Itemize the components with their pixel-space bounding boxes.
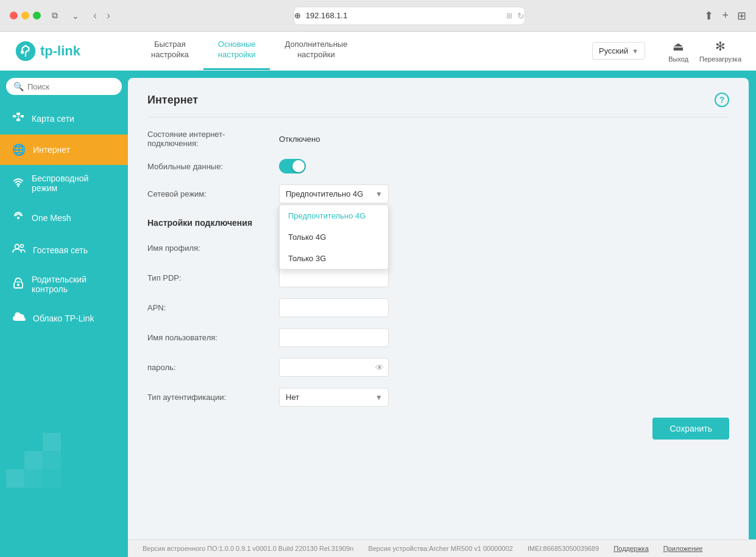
language-selector[interactable]: Русский ▼: [592, 42, 645, 60]
network-mode-select[interactable]: Предпочтительно 4G Только 4G Только 3G: [279, 184, 389, 203]
password-label: пароль:: [147, 363, 269, 372]
eye-icon[interactable]: 👁: [375, 363, 384, 373]
mobile-data-row: Мобильные данные:: [147, 159, 729, 173]
profile-name-label: Имя профиля:: [147, 243, 269, 253]
security-icon: ⊕: [294, 11, 301, 20]
tplink-logo-icon: [15, 40, 37, 62]
sidebar-item-guest[interactable]: Гостевая сеть: [0, 234, 128, 266]
app-container: tp-link Быстрая настройка Основные настр…: [0, 32, 756, 557]
svg-rect-14: [6, 469, 24, 488]
chevron-down-icon: ▼: [632, 47, 638, 55]
search-input[interactable]: [27, 82, 115, 91]
exit-button[interactable]: ⏏ Выход: [668, 39, 688, 63]
password-row: пароль: 👁: [147, 358, 729, 377]
password-wrap: 👁: [279, 358, 389, 377]
pdp-type-label: Тип PDP:: [147, 273, 269, 282]
apn-row: APN:: [147, 298, 729, 317]
firmware-info: Версия встроенного ПО:1.0.0 0.9.1 v0001.…: [143, 545, 353, 552]
svg-point-13: [17, 284, 19, 286]
save-button[interactable]: Сохранить: [652, 418, 729, 440]
password-input[interactable]: [279, 358, 389, 377]
network-map-icon: [12, 111, 24, 126]
reader-icon: ⊞: [506, 12, 512, 20]
cloud-icon: [12, 311, 26, 325]
sidebar-item-internet[interactable]: 🌐 Интернет: [0, 135, 128, 165]
svg-point-11: [15, 245, 19, 249]
svg-rect-17: [24, 469, 43, 488]
main-content: Интернет ? Состояние интернет-подключени…: [128, 78, 749, 539]
nav-tabs: Быстрая настройка Основные настройки Доп…: [136, 32, 592, 70]
dropdown-item-prefer4g[interactable]: Предпочтительно 4G: [280, 205, 388, 226]
reload-icon[interactable]: ↻: [517, 11, 525, 21]
address-bar[interactable]: ⊕ 192.168.1.1 ⊞ ↻: [294, 7, 525, 25]
support-link[interactable]: Поддержка: [613, 545, 648, 552]
username-input[interactable]: [279, 328, 389, 347]
reboot-button[interactable]: ✻ Перезагрузка: [699, 39, 741, 63]
url-text: 192.168.1.1: [306, 11, 348, 20]
mobile-data-toggle[interactable]: [279, 159, 306, 173]
forward-button[interactable]: ›: [103, 8, 114, 23]
top-nav: tp-link Быстрая настройка Основные настр…: [0, 32, 756, 71]
close-button[interactable]: [10, 12, 18, 19]
internet-status-label: Состояние интернет-подключения:: [147, 130, 269, 148]
dropdown-item-only4g[interactable]: Только 4G: [280, 226, 388, 248]
new-tab-button[interactable]: +: [722, 9, 729, 22]
svg-rect-16: [43, 433, 61, 451]
svg-rect-18: [43, 451, 61, 469]
svg-point-1: [21, 51, 24, 54]
network-mode-select-wrap: Предпочтительно 4G Только 4G Только 3G ▼…: [279, 184, 389, 203]
back-button[interactable]: ‹: [90, 8, 101, 23]
svg-point-9: [18, 185, 19, 187]
share-button[interactable]: ⬆: [704, 9, 713, 23]
svg-rect-15: [24, 451, 43, 469]
tab-quick-setup[interactable]: Быстрая настройка: [136, 32, 203, 70]
mobile-data-label: Мобильные данные:: [147, 162, 269, 171]
connection-settings-heading: Настройки подключения: [147, 218, 729, 228]
footer: Версия встроенного ПО:1.0.0 0.9.1 v0001.…: [128, 539, 756, 557]
sidebar-item-label: Карта сети: [32, 114, 74, 124]
content-title: Интернет ?: [147, 93, 729, 107]
app-link[interactable]: Приложение: [663, 545, 703, 552]
sidebar-item-label: Облако TP-Link: [33, 314, 94, 323]
help-button[interactable]: ?: [715, 93, 729, 107]
body-area: 🔍 Карта сети: [0, 71, 756, 557]
exit-icon: ⏏: [673, 39, 684, 54]
tab-advanced-settings[interactable]: Дополнительные настройки: [270, 32, 362, 70]
svg-rect-4: [21, 115, 24, 117]
sidebar-item-cloud[interactable]: Облако TP-Link: [0, 303, 128, 334]
auth-type-select-wrap: Нет ▼: [279, 388, 389, 407]
sidebar-item-label: Интернет: [33, 145, 70, 155]
decorative-bg: [6, 421, 79, 520]
dropdown-item-only3g[interactable]: Только 3G: [280, 248, 388, 269]
network-mode-label: Сетевой режим:: [147, 189, 269, 198]
logo-text: tp-link: [40, 43, 80, 59]
network-mode-row: Сетевой режим: Предпочтительно 4G Только…: [147, 184, 729, 203]
maximize-button[interactable]: [33, 12, 41, 19]
auth-type-label: Тип аутентификации:: [147, 393, 269, 402]
internet-icon: 🌐: [12, 143, 26, 156]
sidebar-item-one-mesh[interactable]: One Mesh: [0, 201, 128, 234]
auth-type-row: Тип аутентификации: Нет ▼: [147, 388, 729, 407]
one-mesh-icon: [12, 210, 24, 225]
sidebar-item-parental[interactable]: Родительский контроль: [0, 266, 128, 303]
reboot-icon: ✻: [715, 39, 726, 54]
apn-label: APN:: [147, 303, 269, 312]
chevron-down-icon[interactable]: ⌄: [69, 10, 82, 21]
sidebar-item-network-map[interactable]: Карта сети: [0, 102, 128, 135]
sidebar-item-label: One Mesh: [32, 213, 71, 223]
logo-area: tp-link: [15, 40, 136, 62]
window-switcher-button[interactable]: ⧉: [48, 10, 62, 21]
minimize-button[interactable]: [21, 12, 29, 19]
svg-point-0: [16, 41, 35, 60]
search-box[interactable]: 🔍: [6, 78, 122, 95]
tabs-button[interactable]: ⊞: [737, 9, 746, 23]
language-label: Русский: [599, 46, 628, 55]
svg-rect-2: [13, 115, 16, 117]
pdp-type-input[interactable]: [279, 268, 389, 287]
reboot-label: Перезагрузка: [699, 55, 741, 63]
sidebar-item-wireless[interactable]: Беспроводной режим: [0, 165, 128, 201]
tab-basic-settings[interactable]: Основные настройки: [203, 32, 270, 70]
apn-input[interactable]: [279, 298, 389, 317]
auth-type-select[interactable]: Нет: [279, 388, 389, 407]
svg-point-10: [17, 217, 19, 219]
